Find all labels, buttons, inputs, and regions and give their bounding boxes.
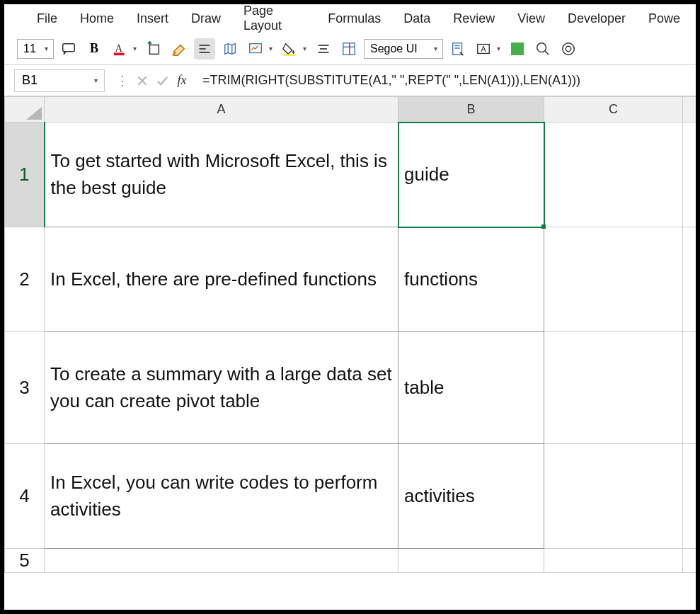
- svg-rect-3: [150, 45, 159, 54]
- menu-view[interactable]: View: [506, 7, 556, 30]
- cell-A1[interactable]: To get started with Microsoft Excel, thi…: [45, 123, 398, 227]
- bold-button[interactable]: B: [84, 38, 105, 59]
- cell-D2[interactable]: [683, 227, 696, 332]
- font-color-button[interactable]: A ▾: [109, 38, 139, 59]
- fx-icon[interactable]: fx: [173, 70, 191, 91]
- chevron-down-icon: ▾: [494, 38, 503, 59]
- formula-input[interactable]: =TRIM(RIGHT(SUBSTITUTE(A1," ",REPT(" ",L…: [194, 70, 696, 91]
- select-all-corner[interactable]: [5, 97, 45, 123]
- fill-color-button[interactable]: ▾: [279, 38, 309, 59]
- insert-cells-button[interactable]: [143, 38, 164, 59]
- svg-rect-0: [63, 43, 75, 51]
- color-swatch-button[interactable]: [507, 38, 528, 59]
- zoom-button[interactable]: [532, 38, 553, 59]
- cell-reference: B1: [22, 73, 38, 88]
- cell-C5[interactable]: [544, 549, 683, 573]
- menu-bar: File Home Insert Draw Page Layout Formul…: [4, 4, 696, 33]
- svg-rect-8: [284, 54, 296, 56]
- geography-button[interactable]: [219, 38, 241, 59]
- row-header-4[interactable]: 4: [5, 444, 45, 549]
- chevron-down-icon: ▾: [266, 38, 275, 59]
- font-size-value: 11: [23, 42, 36, 55]
- chevron-down-icon: ▾: [431, 38, 440, 59]
- cell-A5[interactable]: [45, 549, 398, 573]
- menu-draw[interactable]: Draw: [180, 7, 232, 30]
- cell-B3[interactable]: table: [398, 332, 544, 444]
- row-header-2[interactable]: 2: [5, 227, 45, 332]
- menu-powe[interactable]: Powe: [637, 7, 692, 30]
- cell-B4[interactable]: activities: [398, 444, 544, 549]
- cell-D4[interactable]: [683, 444, 696, 549]
- dots-icon[interactable]: ⋮: [113, 70, 132, 91]
- menu-insert[interactable]: Insert: [125, 7, 180, 30]
- cell-D3[interactable]: [683, 332, 696, 444]
- chart-button[interactable]: ▾: [245, 38, 275, 59]
- row-header-3[interactable]: 3: [5, 332, 45, 444]
- chevron-down-icon: ▾: [42, 38, 50, 59]
- app-window: File Home Insert Draw Page Layout Formul…: [4, 4, 696, 610]
- cancel-icon[interactable]: [133, 70, 151, 91]
- font-size-select[interactable]: 11 ▾: [17, 39, 54, 59]
- menu-home[interactable]: Home: [69, 7, 125, 30]
- comment-button[interactable]: [58, 38, 79, 59]
- menu-review[interactable]: Review: [442, 7, 506, 30]
- menu-data[interactable]: Data: [392, 7, 442, 30]
- cell-A4[interactable]: In Excel, you can write codes to perform…: [45, 444, 398, 549]
- chevron-down-icon: ▾: [91, 70, 100, 91]
- menu-file[interactable]: File: [25, 7, 69, 30]
- cell-B5[interactable]: [398, 549, 544, 573]
- record-macro-button[interactable]: [558, 38, 579, 59]
- chevron-down-icon: ▾: [130, 38, 139, 59]
- cell-B1[interactable]: guide: [398, 123, 544, 227]
- font-name-select[interactable]: Segoe UI ▾: [364, 39, 443, 59]
- svg-text:A: A: [481, 44, 486, 52]
- row-header-5[interactable]: 5: [5, 549, 45, 573]
- cell-C4[interactable]: [544, 444, 683, 549]
- svg-point-20: [563, 42, 575, 55]
- cell-D1[interactable]: [683, 123, 696, 227]
- cell-A2[interactable]: In Excel, there are pre-defined function…: [45, 227, 398, 332]
- col-header-B[interactable]: B: [398, 97, 544, 123]
- text-box-button[interactable]: A ▾: [473, 38, 503, 59]
- cell-C2[interactable]: [544, 227, 683, 332]
- menu-developer[interactable]: Developer: [556, 7, 637, 30]
- svg-text:A: A: [115, 42, 123, 53]
- freeze-panes-button[interactable]: [338, 38, 360, 59]
- font-name-value: Segoe UI: [370, 42, 418, 55]
- svg-point-21: [566, 46, 570, 51]
- row-header-1[interactable]: 1: [5, 123, 45, 227]
- menu-formulas[interactable]: Formulas: [316, 7, 392, 30]
- svg-line-19: [545, 50, 549, 55]
- svg-point-18: [537, 42, 546, 52]
- enter-icon[interactable]: [153, 70, 171, 91]
- cell-C3[interactable]: [544, 332, 683, 444]
- name-box[interactable]: B1 ▾: [14, 69, 105, 92]
- clear-format-button[interactable]: [168, 38, 190, 59]
- svg-rect-2: [114, 52, 125, 55]
- formula-bar: B1 ▾ ⋮ fx =TRIM(RIGHT(SUBSTITUTE(A1," ",…: [4, 65, 696, 96]
- col-header-D[interactable]: D: [683, 97, 696, 123]
- align-center-button[interactable]: [313, 38, 334, 59]
- cell-A3[interactable]: To create a summary with a large data se…: [45, 332, 398, 444]
- page-setup-button[interactable]: [447, 38, 469, 59]
- cell-B2[interactable]: functions: [398, 227, 544, 332]
- col-header-C[interactable]: C: [544, 97, 683, 123]
- col-header-A[interactable]: A: [45, 97, 398, 123]
- toolbar: 11 ▾ B A ▾: [4, 33, 696, 65]
- cell-C1[interactable]: [544, 123, 683, 227]
- fill-handle[interactable]: [541, 224, 546, 229]
- spreadsheet-grid: A B C D 1 To get started with Microsoft …: [4, 96, 696, 610]
- svg-rect-12: [343, 42, 355, 55]
- cell-D5[interactable]: [683, 549, 696, 573]
- align-left-button[interactable]: [194, 38, 215, 59]
- chevron-down-icon: ▾: [300, 38, 309, 59]
